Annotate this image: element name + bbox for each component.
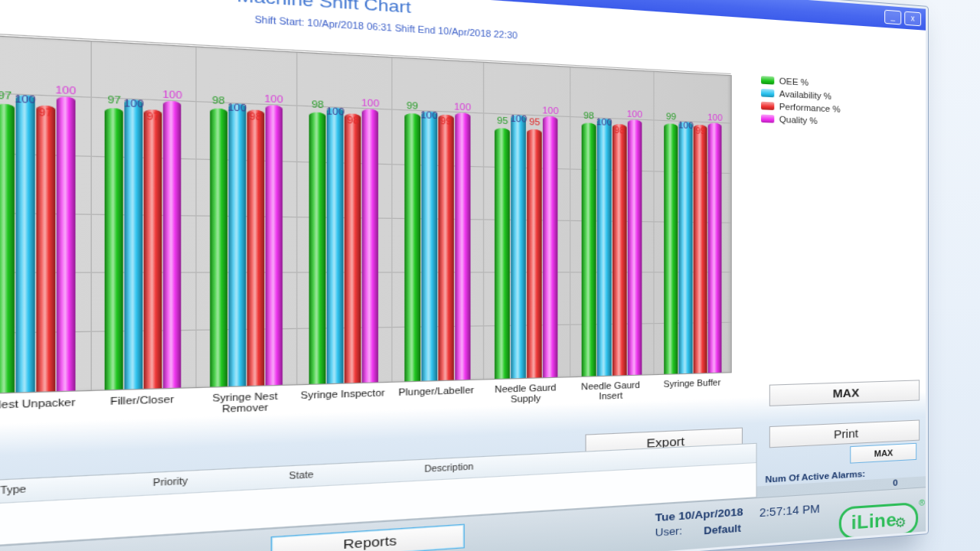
bar-group: 9810098100	[195, 47, 296, 387]
alarm-column-header[interactable]: State	[289, 470, 313, 481]
alarm-column-header[interactable]: Priority	[153, 476, 188, 488]
bar: 98	[345, 114, 361, 383]
max-chart-button[interactable]: MAX	[769, 380, 920, 406]
bar: 95	[527, 129, 542, 377]
bar: 100	[163, 101, 181, 388]
bar: 100	[56, 96, 75, 391]
reports-button[interactable]: Reports	[271, 524, 465, 551]
bar-value-label: 100	[45, 83, 85, 96]
availability-bar	[327, 108, 344, 384]
bar: 99	[694, 125, 707, 373]
performance-bar	[438, 115, 454, 380]
legend-label: Quality %	[779, 114, 818, 126]
bar: 100	[421, 112, 437, 381]
x-category-label: Nest Unpacker	[0, 393, 89, 423]
x-category-label: Filler/Closer	[89, 390, 194, 419]
bar-group: 9810098100	[296, 53, 391, 385]
oee-bar	[664, 124, 678, 374]
quality-bar	[708, 123, 722, 373]
bar: 99	[664, 124, 678, 374]
oee-bar	[581, 123, 596, 377]
availability-bar	[15, 95, 34, 392]
legend-item: Availability %	[761, 88, 841, 102]
legend-label: Performance %	[779, 102, 841, 114]
bar-group: 9710097100	[90, 41, 196, 390]
gear-icon: ⚙	[894, 514, 906, 531]
bar: 100	[125, 99, 143, 390]
bar-group: 9510095100	[482, 63, 570, 380]
availability-bar	[228, 103, 246, 386]
bar: 98	[247, 110, 264, 386]
availability-bar	[679, 122, 693, 373]
bar: 97	[144, 109, 162, 389]
oee-bar	[210, 109, 227, 387]
max-alarms-button[interactable]: MAX	[850, 443, 916, 464]
active-alarms-count: 0	[893, 478, 897, 487]
status-time: 2:57:14 PM	[760, 502, 820, 519]
availability-bar	[597, 119, 612, 376]
desktop-background: iLine Client - Trial License - XYZ Packa…	[0, 0, 980, 551]
x-category-label: Syringe Nest Remover	[194, 387, 295, 416]
quality-bar	[163, 101, 181, 388]
oee-bar	[495, 128, 510, 379]
legend-item: Performance %	[761, 101, 841, 114]
bar: 99	[438, 115, 454, 380]
minimize-button[interactable]: _	[884, 10, 901, 25]
performance-bar	[694, 125, 707, 373]
quality-bar	[543, 116, 557, 377]
bar: 100	[15, 95, 34, 392]
performance-bar	[247, 110, 264, 386]
bar-value-label: 100	[114, 97, 153, 110]
product-version-label: ProductABC Europe (b1)	[655, 543, 766, 551]
bar-value-label: 100	[619, 109, 649, 120]
legend-item: OEE %	[761, 75, 841, 89]
quality-bar	[56, 96, 75, 391]
bar: 100	[628, 119, 642, 375]
performance-bar	[36, 105, 55, 392]
bar: 100	[327, 108, 344, 384]
bar: 98	[581, 123, 596, 377]
bar-group: 9810098100	[570, 67, 653, 377]
oee-bar	[309, 112, 326, 384]
bar-value-label: 100	[701, 112, 730, 122]
bar-group: 9710097100	[0, 35, 90, 393]
bar: 100	[511, 115, 526, 378]
bar-value-label: 100	[153, 89, 191, 102]
performance-bar	[144, 109, 162, 389]
plot-area: 9710097100971009710098100981009810098100…	[0, 34, 732, 394]
user-label: User:	[655, 524, 682, 539]
x-category-label: Needle Gaurd Insert	[569, 377, 652, 402]
bar-value-label: 100	[256, 93, 292, 105]
alarm-column-header[interactable]: Type	[0, 484, 26, 496]
quality-bar	[628, 119, 642, 375]
bar: 100	[708, 123, 722, 373]
legend-swatch	[761, 102, 774, 110]
bar-group: 9910099100	[653, 72, 733, 374]
legend-label: Availability %	[779, 89, 831, 101]
legend-label: OEE %	[779, 76, 808, 87]
iline-logo: iLine ⚙ ®	[839, 502, 918, 540]
bar: 98	[612, 124, 627, 375]
performance-bar	[612, 124, 627, 375]
x-category-label: Syringe Inspector	[295, 384, 390, 412]
bar: 100	[455, 112, 470, 380]
availability-bar	[511, 115, 526, 378]
bar: 98	[309, 112, 326, 384]
legend-swatch	[761, 89, 774, 97]
registered-mark: ®	[919, 497, 925, 507]
quality-bar	[362, 109, 378, 382]
iline-logo-text: iLine	[851, 509, 897, 534]
x-category-label: Needle Gaurd Supply	[482, 380, 569, 406]
bar: 97	[0, 103, 15, 393]
bar: 100	[362, 109, 378, 382]
bar: 99	[404, 113, 420, 381]
bar: 100	[597, 119, 612, 376]
alarm-column-header[interactable]: Description	[424, 461, 473, 474]
legend-item: Quality %	[761, 113, 841, 126]
main-content: Machine Shift Chart Shift Start: 10/Apr/…	[0, 0, 926, 551]
chart-legend: OEE %Availability %Performance %Quality …	[761, 75, 841, 129]
close-button[interactable]: x	[904, 11, 921, 27]
bar: 100	[265, 105, 282, 385]
bar: 100	[543, 116, 557, 377]
bar: 97	[105, 107, 123, 390]
